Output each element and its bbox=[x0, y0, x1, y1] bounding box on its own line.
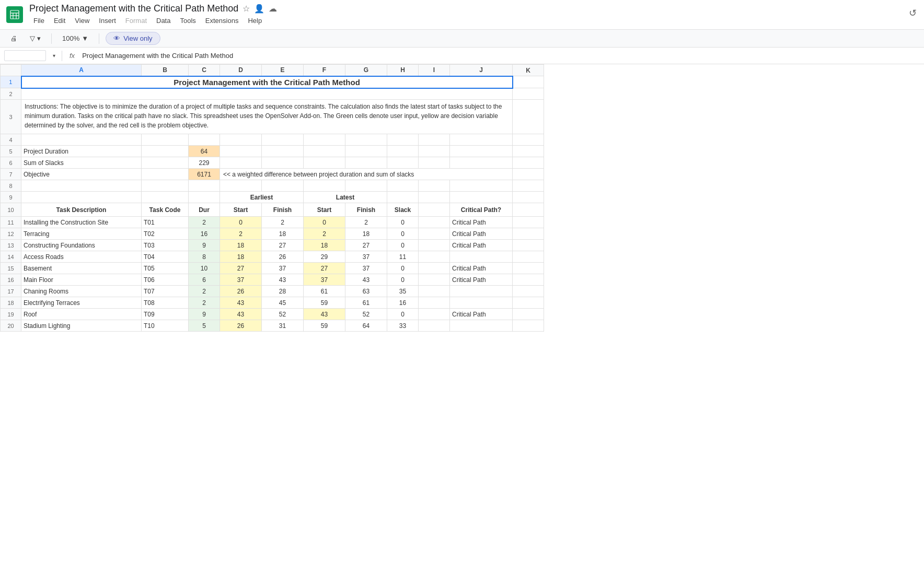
cell-dur[interactable]: 2 bbox=[189, 297, 220, 309]
cell-4k bbox=[513, 134, 544, 146]
cloud-icon[interactable]: ☁ bbox=[269, 4, 277, 14]
cell-4j bbox=[450, 134, 513, 146]
filter-arrow: ▾ bbox=[37, 34, 41, 42]
col-header-i[interactable]: I bbox=[419, 65, 450, 76]
cell-e-start[interactable]: 0 bbox=[220, 217, 262, 228]
cell-8i bbox=[419, 180, 450, 192]
cell-i bbox=[419, 217, 450, 228]
cell-l-finish: 2 bbox=[345, 217, 387, 228]
cell-9j bbox=[450, 192, 513, 203]
row-num-18: 18 bbox=[1, 297, 21, 309]
cell-slack: 16 bbox=[387, 297, 419, 309]
menu-edit[interactable]: Edit bbox=[50, 15, 70, 26]
cell-k bbox=[513, 217, 544, 228]
col-header-e[interactable]: E bbox=[262, 65, 304, 76]
table-row: 9 Earliest Latest bbox=[1, 192, 544, 203]
formula-separator bbox=[62, 51, 62, 61]
col-e-start: Start bbox=[220, 203, 262, 217]
menu-data[interactable]: Data bbox=[152, 15, 175, 26]
cell-dur[interactable]: 8 bbox=[189, 251, 220, 263]
col-header-g[interactable]: G bbox=[345, 65, 387, 76]
cell-4b bbox=[142, 134, 189, 146]
cell-dur[interactable]: 6 bbox=[189, 274, 220, 286]
cell-e-start[interactable]: 43 bbox=[220, 309, 262, 320]
cell-7c[interactable]: 6171 bbox=[189, 169, 220, 180]
cell-critical: Critical Path bbox=[450, 309, 513, 320]
col-header-a[interactable]: A bbox=[21, 65, 142, 76]
cell-8k bbox=[513, 180, 544, 192]
svg-rect-0 bbox=[10, 10, 19, 19]
cell-e-start[interactable]: 26 bbox=[220, 286, 262, 297]
menu-insert[interactable]: Insert bbox=[95, 15, 120, 26]
table-row: 16Main FloorT066374337430Critical Path bbox=[1, 274, 544, 286]
cell-5e bbox=[262, 146, 304, 157]
cell-i bbox=[419, 228, 450, 240]
col-header-h[interactable]: H bbox=[387, 65, 419, 76]
cell-1k bbox=[513, 76, 544, 88]
cell-dur[interactable]: 2 bbox=[189, 217, 220, 228]
person-add-icon[interactable]: 👤 bbox=[254, 4, 264, 14]
table-row: 10 Task Description Task Code Dur Start … bbox=[1, 203, 544, 217]
cell-critical bbox=[450, 251, 513, 263]
cell-e-finish: 27 bbox=[262, 240, 304, 251]
cell-i bbox=[419, 309, 450, 320]
menu-format[interactable]: Format bbox=[121, 15, 151, 26]
cell-e-start[interactable]: 37 bbox=[220, 274, 262, 286]
cell-5i bbox=[419, 146, 450, 157]
toolbar-separator-2 bbox=[99, 33, 99, 44]
cell-e-start[interactable]: 18 bbox=[220, 240, 262, 251]
cell-k bbox=[513, 286, 544, 297]
doc-title-icons: ☆ 👤 ☁ bbox=[242, 4, 277, 14]
cell-6a: Sum of Slacks bbox=[21, 157, 142, 169]
cell-dur[interactable]: 5 bbox=[189, 320, 220, 332]
cell-e-start[interactable]: 2 bbox=[220, 228, 262, 240]
cell-title[interactable]: Project Management with the Critical Pat… bbox=[21, 76, 513, 88]
col-header-b[interactable]: B bbox=[142, 65, 189, 76]
filter-button[interactable]: ▽ ▾ bbox=[26, 32, 45, 44]
col-header-j[interactable]: J bbox=[450, 65, 513, 76]
cell-slack: 11 bbox=[387, 251, 419, 263]
cell-k bbox=[513, 274, 544, 286]
cell-critical: Critical Path bbox=[450, 263, 513, 274]
menu-view[interactable]: View bbox=[71, 15, 94, 26]
menu-tools[interactable]: Tools bbox=[176, 15, 200, 26]
col-header-f[interactable]: F bbox=[304, 65, 345, 76]
cell-k bbox=[513, 309, 544, 320]
col-header-k[interactable]: K bbox=[513, 65, 544, 76]
cell-task-code: T07 bbox=[142, 286, 189, 297]
cell-dur[interactable]: 16 bbox=[189, 228, 220, 240]
view-only-button[interactable]: 👁 View only bbox=[106, 32, 160, 45]
cell-e-start[interactable]: 26 bbox=[220, 320, 262, 332]
cell-dur[interactable]: 9 bbox=[189, 309, 220, 320]
star-icon[interactable]: ☆ bbox=[242, 4, 250, 14]
zoom-control[interactable]: 100% ▼ bbox=[58, 32, 93, 44]
cell-l-finish: 61 bbox=[345, 297, 387, 309]
cell-slack: 33 bbox=[387, 320, 419, 332]
cell-9a bbox=[21, 192, 142, 203]
cell-e-start[interactable]: 18 bbox=[220, 251, 262, 263]
cell-dur[interactable]: 10 bbox=[189, 263, 220, 274]
menu-extensions[interactable]: Extensions bbox=[201, 15, 243, 26]
cell-l-start: 61 bbox=[304, 286, 345, 297]
col-header-d[interactable]: D bbox=[220, 65, 262, 76]
cell-7a: Objective bbox=[21, 169, 142, 180]
cell-e-start[interactable]: 43 bbox=[220, 297, 262, 309]
cell-dur[interactable]: 2 bbox=[189, 286, 220, 297]
cell-dur[interactable]: 9 bbox=[189, 240, 220, 251]
table-row: 2 bbox=[1, 88, 544, 100]
cell-reference[interactable]: A1:J1 bbox=[4, 50, 46, 61]
cell-e-start[interactable]: 27 bbox=[220, 263, 262, 274]
print-button[interactable]: 🖨 bbox=[6, 32, 21, 44]
menu-file[interactable]: File bbox=[29, 15, 49, 26]
history-icon[interactable]: ↺ bbox=[909, 7, 917, 19]
col-header-c[interactable]: C bbox=[189, 65, 220, 76]
cell-k bbox=[513, 263, 544, 274]
menu-help[interactable]: Help bbox=[244, 15, 266, 26]
col-k-empty bbox=[513, 203, 544, 217]
cell-l-finish: 43 bbox=[345, 274, 387, 286]
cell-5a: Project Duration bbox=[21, 146, 142, 157]
cell-5c[interactable]: 64 bbox=[189, 146, 220, 157]
cell-ref-dropdown[interactable]: ▾ bbox=[50, 52, 57, 60]
cell-e-finish: 43 bbox=[262, 274, 304, 286]
cell-4a bbox=[21, 134, 142, 146]
